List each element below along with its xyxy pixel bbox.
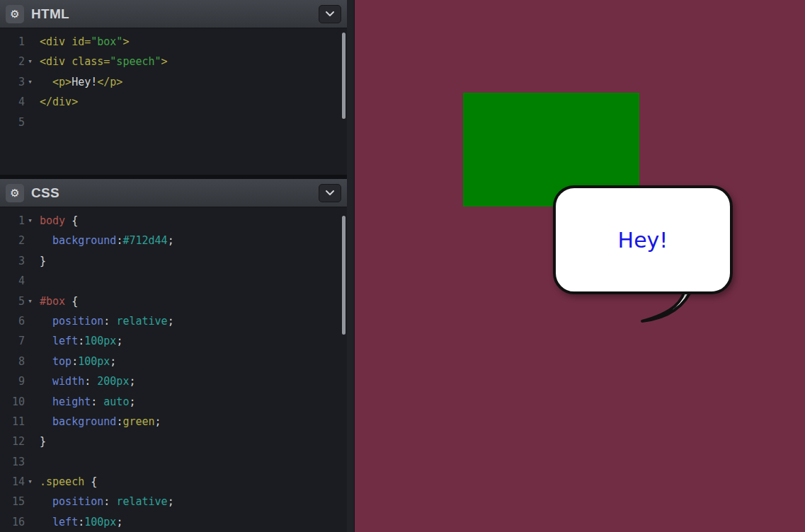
code-line[interactable]: 4 [0,271,347,291]
code-line[interactable]: 9 width: 200px; [0,371,347,391]
code-line[interactable]: 1<div id="box"> [0,32,347,52]
line-number: 14 [12,472,25,492]
line-gutter: 8 [0,352,35,371]
code-line[interactable]: 7 left:100px; [0,331,347,351]
line-number: 11 [12,412,25,432]
speech-bubble-text: Hey! [618,228,668,253]
code-text: } [35,251,46,271]
line-gutter: 5▾ [0,291,35,311]
fold-arrow-icon[interactable]: ▾ [25,52,35,71]
code-line[interactable]: 13 [0,452,347,472]
line-gutter: 13 [0,452,35,472]
collapse-css-button[interactable] [319,184,341,202]
line-number: 1 [18,32,25,52]
line-gutter: 3▾ [0,72,35,92]
line-number: 16 [12,512,25,532]
line-gutter: 4 [0,92,35,112]
code-text: left:100px; [35,331,122,351]
code-line[interactable]: 2▾<div class="speech"> [0,52,347,71]
code-line[interactable]: 15 position: relative; [0,492,347,511]
code-text: } [35,432,46,451]
html-editor-panel: ⚙ HTML 1<div id="box">2▾<div class="spee… [0,0,347,175]
code-text: .speech { [35,472,97,492]
line-number: 2 [18,52,25,71]
line-gutter: 16 [0,512,35,532]
line-number: 6 [18,311,25,331]
css-code-area[interactable]: 1▾body {2 background:#712d44;3}45▾#box {… [0,207,347,532]
code-text: body { [35,211,78,231]
code-line[interactable]: 3▾ <p>Hey!</p> [0,72,347,92]
code-text [35,452,40,472]
line-gutter: 2 [0,231,35,250]
fold-arrow-icon[interactable]: ▾ [25,72,35,92]
line-gutter: 3 [0,251,35,271]
code-text: height: auto; [35,392,135,412]
css-editor-panel: ⚙ CSS 1▾body {2 background:#712d44;3}45▾… [0,175,347,532]
code-line[interactable]: 10 height: auto; [0,392,347,412]
code-line[interactable]: 14▾.speech { [0,472,347,492]
line-gutter: 2▾ [0,52,35,71]
line-gutter: 4 [0,271,35,291]
line-gutter: 7 [0,331,35,351]
html-editor-header: ⚙ HTML [0,0,347,28]
code-line[interactable]: 6 position: relative; [0,311,347,331]
line-number: 15 [12,492,25,511]
code-text: <div id="box"> [35,32,129,52]
code-line[interactable]: 16 left:100px; [0,512,347,532]
collapse-html-button[interactable] [319,5,341,23]
chevron-down-icon [325,190,335,196]
line-gutter: 9 [0,371,35,391]
line-number: 8 [18,352,25,371]
code-line[interactable]: 3} [0,251,347,271]
line-gutter: 1▾ [0,211,35,231]
line-number: 4 [18,271,25,291]
line-number: 13 [12,452,25,472]
code-line[interactable]: 2 background:#712d44; [0,231,347,250]
line-number: 4 [18,92,25,112]
workspace: ⚙ HTML 1<div id="box">2▾<div class="spee… [0,0,805,532]
code-text [35,271,40,291]
css-panel-title: CSS [31,185,59,201]
code-line[interactable]: 12} [0,432,347,451]
gear-icon[interactable]: ⚙ [6,184,24,202]
preview-pane: Hey! [355,0,805,532]
gear-icon[interactable]: ⚙ [6,5,24,23]
fold-arrow-icon[interactable]: ▾ [25,211,35,231]
code-text: background:green; [35,412,161,432]
line-gutter: 14▾ [0,472,35,492]
fold-arrow-icon[interactable]: ▾ [25,472,35,492]
code-text: background:#712d44; [35,231,174,250]
html-code-area[interactable]: 1<div id="box">2▾<div class="speech">3▾ … [0,28,347,175]
code-line[interactable]: 5 [0,112,347,132]
fold-arrow-icon[interactable]: ▾ [25,291,35,311]
line-number: 7 [18,331,25,351]
code-text: width: 200px; [35,371,135,391]
code-line[interactable]: 4</div> [0,92,347,112]
line-number: 3 [18,72,25,92]
code-text: top:100px; [35,352,116,371]
css-scrollbar-thumb[interactable] [342,216,346,335]
code-text: #box { [35,291,78,311]
line-gutter: 5 [0,112,35,132]
speech-bubble: Hey! [553,185,733,294]
code-text: position: relative; [35,492,174,511]
line-gutter: 11 [0,412,35,432]
css-editor-header: ⚙ CSS [0,179,347,207]
pane-resizer[interactable] [347,0,355,532]
html-scrollbar-thumb[interactable] [342,33,346,119]
line-gutter: 1 [0,32,35,52]
html-panel-title: HTML [31,6,69,22]
line-gutter: 6 [0,311,35,331]
chevron-down-icon [325,11,335,17]
code-line[interactable]: 11 background:green; [0,412,347,432]
code-text: <div class="speech"> [35,52,168,71]
code-line[interactable]: 1▾body { [0,211,347,231]
line-number: 1 [18,211,25,231]
code-text: </div> [35,92,78,112]
code-text [35,112,40,132]
code-line[interactable]: 5▾#box { [0,291,347,311]
line-gutter: 15 [0,492,35,511]
line-number: 9 [18,371,25,391]
line-gutter: 10 [0,392,35,412]
code-line[interactable]: 8 top:100px; [0,352,347,371]
